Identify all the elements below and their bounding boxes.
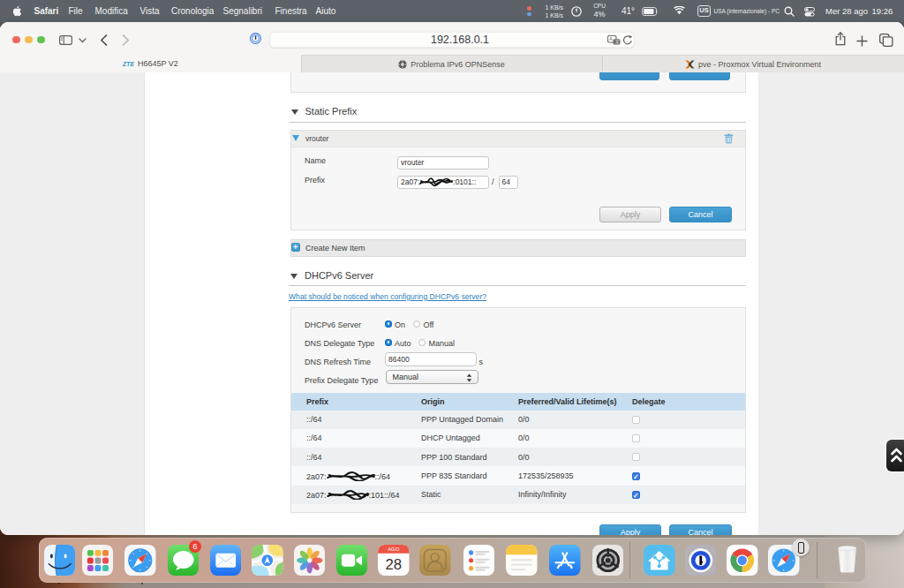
svg-text:28: 28 [385, 555, 402, 572]
svg-text:AGO: AGO [388, 547, 400, 552]
svg-text:文: 文 [615, 39, 621, 44]
svg-text:A: A [609, 36, 613, 41]
